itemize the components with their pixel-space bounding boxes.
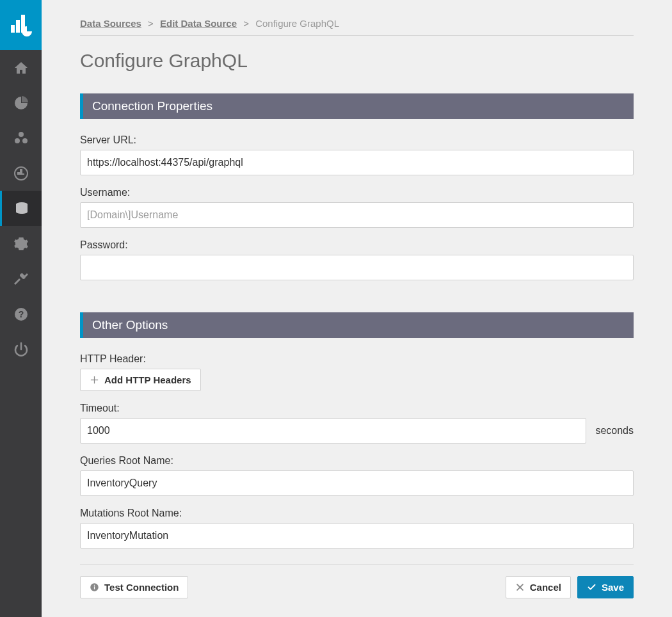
section-header-other: Other Options [80, 312, 634, 338]
field-mutations-root: Mutations Root Name: [80, 508, 634, 549]
svg-rect-10 [94, 586, 95, 589]
username-input[interactable] [80, 202, 634, 228]
breadcrumb-current: Configure GraphQL [255, 18, 339, 29]
breadcrumb: Data Sources > Edit Data Source > Config… [80, 18, 634, 36]
history-icon [13, 166, 29, 181]
cancel-button[interactable]: Cancel [506, 576, 571, 598]
tools-icon [13, 271, 29, 287]
svg-point-3 [19, 132, 24, 137]
label-http-header: HTTP Header: [80, 353, 634, 365]
svg-text:?: ? [18, 309, 24, 319]
pie-chart-icon [13, 95, 29, 111]
sidebar: ? [0, 0, 42, 617]
plus-icon [90, 375, 99, 385]
field-password: Password: [80, 239, 634, 280]
breadcrumb-link-edit-data-source[interactable]: Edit Data Source [160, 18, 237, 29]
label-mutations-root: Mutations Root Name: [80, 508, 634, 519]
server-url-input[interactable] [80, 150, 634, 175]
cancel-label: Cancel [530, 582, 561, 593]
breadcrumb-link-data-sources[interactable]: Data Sources [80, 18, 141, 29]
label-password: Password: [80, 239, 634, 251]
svg-rect-11 [94, 585, 95, 586]
timeout-unit: seconds [595, 425, 634, 437]
mutations-root-input[interactable] [80, 523, 634, 549]
nav-tools[interactable] [0, 261, 42, 296]
svg-point-4 [15, 138, 20, 143]
field-timeout: Timeout: seconds [80, 403, 634, 444]
svg-rect-0 [11, 25, 15, 33]
page-title: Configure GraphQL [80, 50, 634, 72]
home-icon [13, 60, 29, 76]
nav-help[interactable]: ? [0, 296, 42, 332]
nav-history[interactable] [0, 156, 42, 191]
timeout-input[interactable] [80, 418, 586, 444]
breadcrumb-sep: > [243, 18, 249, 29]
check-icon [587, 582, 596, 592]
svg-point-5 [22, 138, 28, 143]
nav-power[interactable] [0, 332, 42, 367]
save-label: Save [602, 582, 624, 593]
nav-modules[interactable] [0, 120, 42, 156]
main-content: Data Sources > Edit Data Source > Config… [42, 0, 672, 617]
add-http-headers-label: Add HTTP Headers [104, 374, 191, 385]
logo[interactable] [0, 0, 42, 50]
help-icon: ? [13, 307, 29, 322]
footer: Test Connection Cancel Save [80, 564, 634, 598]
queries-root-input[interactable] [80, 470, 634, 496]
section-header-connection: Connection Properties [80, 93, 634, 119]
power-icon [13, 342, 29, 357]
label-queries-root: Queries Root Name: [80, 455, 634, 467]
nav-chart[interactable] [0, 85, 42, 120]
info-icon [90, 582, 99, 592]
field-server-url: Server URL: [80, 134, 634, 175]
nav-home[interactable] [0, 50, 42, 85]
modules-icon [13, 131, 29, 146]
database-icon [14, 201, 29, 216]
field-http-header: HTTP Header: Add HTTP Headers [80, 353, 634, 391]
logo-icon [8, 12, 34, 38]
close-icon [515, 582, 525, 592]
nav-settings[interactable] [0, 226, 42, 261]
nav-database[interactable] [0, 191, 42, 226]
save-button[interactable]: Save [577, 576, 634, 598]
label-username: Username: [80, 187, 634, 198]
label-server-url: Server URL: [80, 134, 634, 146]
label-timeout: Timeout: [80, 403, 634, 414]
gear-icon [13, 236, 29, 252]
breadcrumb-sep: > [148, 18, 154, 29]
add-http-headers-button[interactable]: Add HTTP Headers [80, 369, 201, 391]
field-username: Username: [80, 187, 634, 228]
field-queries-root: Queries Root Name: [80, 455, 634, 496]
test-connection-label: Test Connection [104, 582, 179, 593]
password-input[interactable] [80, 255, 634, 280]
test-connection-button[interactable]: Test Connection [80, 576, 188, 598]
svg-rect-1 [16, 20, 20, 33]
